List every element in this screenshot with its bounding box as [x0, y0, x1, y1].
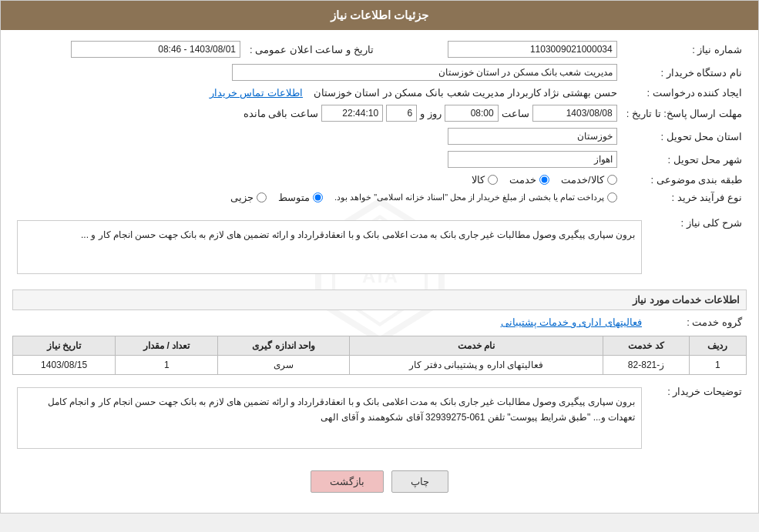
cell-code: ز-821-82	[603, 356, 689, 375]
row-buyer-org: نام دستگاه خریدار :	[12, 61, 747, 84]
creator-text: حسن بهشتی نژاد کاربردار مدیریت شعب بانک …	[314, 87, 617, 99]
response-time-input	[445, 105, 499, 122]
value-buyer-desc: برون سپاری پیگیری وصول مطالبات غیر جاری …	[12, 380, 646, 457]
label-buyer-org: نام دستگاه خریدار :	[622, 61, 747, 84]
process-option-description[interactable]: پرداخت تمام یا بخشی از مبلغ خریدار از مح…	[334, 192, 617, 202]
value-category: کالا/خدمت خدمت کالا	[12, 171, 622, 189]
row-process-type: نوع فرآیند خرید : پرداخت تمام یا بخشی از…	[12, 189, 747, 206]
row-buyer-desc: توضیحات خریدار : برون سپاری پیگیری وصول …	[12, 380, 747, 457]
label-process: نوع فرآیند خرید :	[622, 189, 747, 206]
label-description: شرح کلی نیاز :	[646, 211, 747, 283]
value-buyer-org	[12, 61, 622, 84]
buyer-org-input	[232, 64, 617, 81]
row-delivery-city: شهر محل تحویل :	[12, 148, 747, 171]
label-response-time: ساعت	[502, 108, 529, 119]
label-service-group: گروه خدمت :	[646, 313, 747, 331]
content-area: ATA شماره نیاز : تاریخ و ساعت اعلان عموم…	[1, 30, 758, 513]
category-option-kala-khadamat[interactable]: کالا/خدمت	[561, 174, 617, 186]
value-delivery-city	[12, 148, 622, 171]
radio-process-medium[interactable]	[313, 192, 323, 202]
radio-process-minor[interactable]	[257, 192, 267, 202]
services-table-body: 1ز-821-82فعالیتهای اداره و پشتیبانی دفتر…	[13, 356, 747, 375]
niyaz-number-input	[448, 41, 617, 58]
label-creator: ایجاد کننده درخواست :	[622, 84, 747, 102]
delivery-city-input	[448, 151, 617, 168]
value-service-group: فعالیتهای اداری و خدمات پشتیبانی	[12, 313, 646, 331]
cell-name: فعالیتهای اداره و پشتیبانی دفتر کار	[349, 356, 603, 375]
label-niyaz-number: شماره نیاز :	[622, 38, 747, 61]
row-description: شرح کلی نیاز : برون سپاری پیگیری وصول مط…	[12, 211, 747, 283]
buyer-desc-table: توضیحات خریدار : برون سپاری پیگیری وصول …	[12, 380, 747, 457]
services-table-head: ردیف کد خدمت نام خدمت واحد اندازه گیری ت…	[13, 336, 747, 356]
deadline-date-row: ساعت روز و ساعت باقی مانده	[17, 105, 617, 122]
label-date-announce: تاریخ و ساعت اعلان عمومی :	[245, 38, 389, 61]
value-date-announce	[12, 38, 245, 61]
value-process: پرداخت تمام یا بخشی از مبلغ خریدار از مح…	[12, 189, 622, 206]
info-table: شماره نیاز : تاریخ و ساعت اعلان عمومی : …	[12, 38, 747, 206]
col-count: تعداد / مقدار	[116, 336, 218, 356]
radio-kala[interactable]	[488, 175, 498, 185]
radio-khadamat[interactable]	[539, 175, 549, 185]
cell-unit: سری	[218, 356, 350, 375]
description-table: شرح کلی نیاز : برون سپاری پیگیری وصول مط…	[12, 211, 747, 283]
label-response-days: روز و	[420, 108, 442, 119]
delivery-province-input	[448, 128, 617, 145]
col-row: ردیف	[689, 336, 746, 356]
row-niyaz-number: شماره نیاز : تاریخ و ساعت اعلان عمومی :	[12, 38, 747, 61]
row-service-group: گروه خدمت : فعالیتهای اداری و خدمات پشتی…	[12, 313, 747, 331]
row-creator: ایجاد کننده درخواست : حسن بهشتی نژاد کار…	[12, 84, 747, 102]
cell-row: 1	[689, 356, 746, 375]
services-table: ردیف کد خدمت نام خدمت واحد اندازه گیری ت…	[12, 336, 747, 375]
process-option-medium[interactable]: متوسط	[278, 192, 323, 203]
process-type-row: پرداخت تمام یا بخشی از مبلغ خریدار از مح…	[17, 192, 617, 203]
col-unit: واحد اندازه گیری	[218, 336, 350, 356]
label-remaining: ساعت باقی مانده	[243, 108, 318, 119]
radio-process-desc[interactable]	[607, 192, 617, 202]
main-container: جزئیات اطلاعات نیاز ATA شماره نیاز : تار…	[0, 0, 759, 514]
category-option-khadamat[interactable]: خدمت	[509, 174, 549, 186]
buyer-description-box: برون سپاری پیگیری وصول مطالبات غیر جاری …	[17, 387, 642, 449]
services-table-header-row: ردیف کد خدمت نام خدمت واحد اندازه گیری ت…	[13, 336, 747, 356]
table-row: 1ز-821-82فعالیتهای اداره و پشتیبانی دفتر…	[13, 356, 747, 375]
col-date: تاریخ نیاز	[13, 336, 116, 356]
page-header: جزئیات اطلاعات نیاز	[1, 1, 758, 30]
col-code: کد خدمت	[603, 336, 689, 356]
cell-count: 1	[116, 356, 218, 375]
cell-date: 1403/08/15	[13, 356, 116, 375]
row-response-deadline: مهلت ارسال پاسخ: تا تاریخ : ساعت روز و س…	[12, 102, 747, 125]
label-delivery-province: استان محل تحویل :	[622, 125, 747, 148]
page-title: جزئیات اطلاعات نیاز	[331, 8, 428, 22]
value-response-deadline: ساعت روز و ساعت باقی مانده	[12, 102, 622, 125]
category-radio-group: کالا/خدمت خدمت کالا	[17, 174, 617, 186]
response-days-input	[386, 105, 417, 122]
row-category: طبقه بندی موضوعی : کالا/خدمت خدمت کالا	[12, 171, 747, 189]
description-box: برون سپاری پیگیری وصول مطالبات غیر جاری …	[17, 220, 642, 274]
value-niyaz-number	[389, 38, 622, 61]
value-description: برون سپاری پیگیری وصول مطالبات غیر جاری …	[12, 211, 646, 283]
category-option-kala[interactable]: کالا	[472, 174, 498, 186]
bottom-buttons: چاپ بازگشت	[12, 461, 747, 505]
col-name: نام خدمت	[349, 336, 603, 356]
row-delivery-province: استان محل تحویل :	[12, 125, 747, 148]
back-button[interactable]: بازگشت	[311, 470, 384, 493]
date-announce-input	[71, 41, 240, 58]
radio-kala-khadamat[interactable]	[607, 175, 617, 185]
label-delivery-city: شهر محل تحویل :	[622, 148, 747, 171]
service-group-link[interactable]: فعالیتهای اداری و خدمات پشتیبانی	[501, 316, 642, 328]
value-creator: حسن بهشتی نژاد کاربردار مدیریت شعب بانک …	[12, 84, 622, 102]
label-category: طبقه بندی موضوعی :	[622, 171, 747, 189]
contact-link[interactable]: اطلاعات تماس خریدار	[210, 87, 303, 99]
response-remaining-input	[321, 105, 383, 122]
response-date-input	[532, 105, 617, 122]
value-delivery-province	[12, 125, 622, 148]
service-group-table: گروه خدمت : فعالیتهای اداری و خدمات پشتی…	[12, 313, 747, 331]
label-response-deadline: مهلت ارسال پاسخ: تا تاریخ :	[622, 102, 747, 125]
label-buyer-desc: توضیحات خریدار :	[646, 380, 747, 457]
process-option-minor[interactable]: جزیی	[230, 192, 267, 203]
services-section-title: اطلاعات خدمات مورد نیاز	[12, 289, 747, 310]
print-button[interactable]: چاپ	[391, 470, 448, 493]
